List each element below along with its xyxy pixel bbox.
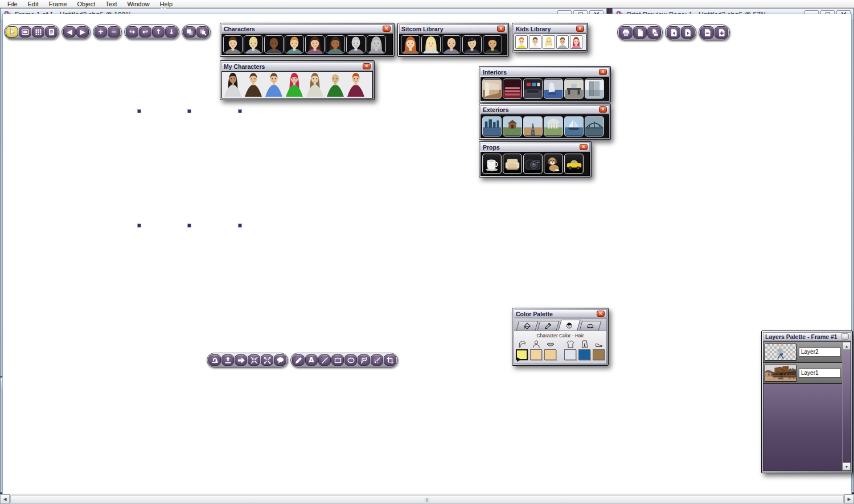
caption-text-area[interactable] [2,14,852,502]
pencil-tool-button[interactable] [292,354,305,366]
palette-resize-arrow-icon[interactable] [517,357,521,362]
menu-edit[interactable]: Edit [23,1,44,7]
menu-frame[interactable]: Frame [44,1,72,7]
close-icon[interactable] [363,63,371,69]
girl-red-hair-thumbnail[interactable] [570,35,582,49]
close-icon[interactable] [599,106,607,113]
print-button[interactable] [619,26,633,39]
line-tool-button[interactable] [318,354,331,366]
select-tool-button[interactable] [6,26,18,38]
speech-bubble-button[interactable] [274,354,286,366]
next-frame-button[interactable]: ▶ [76,26,89,38]
menu-file[interactable]: File [2,1,23,7]
previous-frame-button[interactable]: ◀ [63,26,76,38]
previous-page-button[interactable] [667,26,680,39]
kid-brown-hair-thumbnail[interactable] [556,35,569,49]
script-view-button[interactable] [45,26,58,38]
interiors-palette-titlebar[interactable]: Interiors [481,68,609,76]
selection-handle-top-left[interactable] [137,109,141,113]
layer-row-layer2[interactable]: Layer2 [763,342,842,363]
props-palette-titlebar[interactable]: Props [481,143,590,151]
coffee-cup-thumbnail[interactable] [482,154,502,174]
polygon-tool-button[interactable] [358,354,370,366]
storyboard-view-button[interactable] [32,26,44,38]
frame-view-button[interactable] [19,26,31,38]
character-color-tab[interactable] [558,320,580,331]
city-skyline-thumbnail[interactable] [482,116,502,137]
skin-color-swatch[interactable] [530,349,542,360]
man-red-hair-maroon-thumbnail[interactable] [346,73,366,97]
page-setup-button[interactable] [633,26,647,39]
scrollbar-thumb[interactable] [10,495,844,503]
airplane-seat-thumbnail[interactable] [544,79,563,99]
scroll-down-icon[interactable]: ▼ [843,462,851,470]
sailboat-lake-thumbnail[interactable] [564,116,584,137]
boy-orange-hair-thumbnail[interactable] [515,35,528,49]
characters-palette-titlebar[interactable]: Characters [221,24,393,33]
woman-profile-thumbnail[interactable] [305,73,325,97]
office-cubicle-thumbnail[interactable] [564,79,584,99]
man-blond-thumbnail[interactable] [244,35,263,53]
menu-help[interactable]: Help [155,1,178,7]
shoes-color-swatch[interactable] [593,349,605,360]
hallway-thumbnail[interactable] [482,79,502,99]
desert-road-thumbnail[interactable] [523,116,543,137]
add-frame-button[interactable]: + [95,26,107,38]
man-old-bald-thumbnail[interactable] [442,35,461,53]
close-icon[interactable] [576,26,584,32]
woman-dark-hair-thumbnail[interactable] [305,35,325,53]
layer-name-field[interactable]: Layer1 [799,369,841,378]
close-icon[interactable] [383,26,391,32]
next-page-button[interactable] [681,26,695,39]
scroll-right-icon[interactable]: ▶ [844,494,854,504]
remove-page-button[interactable] [700,26,714,39]
monument-thumbnail[interactable] [544,116,563,137]
move-up-button[interactable]: ↑ [152,26,165,38]
rectangle-tool-button[interactable] [331,354,344,366]
grow-object-button[interactable] [261,354,273,366]
camera-thumbnail[interactable] [523,154,543,174]
woman-black-hair-thumbnail[interactable] [223,73,243,97]
layer-row-layer1[interactable]: Layer1 [763,363,842,384]
layers-palette-titlebar[interactable]: Layers Palette - Frame #1 [763,332,851,341]
close-icon[interactable] [497,26,505,32]
selection-handle-mid-right[interactable] [238,224,242,228]
prop-color-tab[interactable] [580,321,602,331]
text-tool-button[interactable]: A [305,354,318,366]
move-object-button[interactable] [235,354,247,366]
man-bald-green-thumbnail[interactable] [326,73,345,97]
selection-handle-top-middle[interactable] [187,109,191,113]
armchair-thumbnail[interactable] [503,154,522,174]
draw-color-tab[interactable] [537,321,560,331]
send-to-back-button[interactable] [196,26,209,38]
woman-red-bob-thumbnail[interactable] [401,35,420,53]
man-dark-hair-thumbnail[interactable] [483,35,502,53]
woman-grayscale-thumbnail[interactable] [367,35,386,53]
sitcom-palette-titlebar[interactable]: Sitcom Library [399,24,507,33]
oval-tool-button[interactable] [344,354,357,366]
kids-palette-titlebar[interactable]: Kids Library [514,24,586,33]
selection-handle-mid-middle[interactable] [187,224,191,228]
scene-color-tab[interactable] [516,321,539,331]
lips-color-swatch[interactable] [544,349,556,360]
shirt-color-swatch[interactable] [564,349,576,360]
move-down-button[interactable]: ↓ [165,26,178,38]
flip-vertical-button[interactable] [221,354,234,366]
flip-horizontal-button[interactable] [208,354,221,366]
close-icon[interactable] [580,144,588,150]
layer-name-field[interactable]: Layer2 [799,348,841,357]
man-spiky-glasses-thumbnail[interactable] [462,35,482,53]
woman-bandana-thumbnail[interactable] [285,73,304,97]
remove-frame-button[interactable]: − [108,26,120,38]
shrink-object-button[interactable] [248,354,260,366]
woman-dark-skin-thumbnail[interactable] [326,35,345,53]
menu-object[interactable]: Object [72,1,100,7]
rotate-left-button[interactable]: ↩ [139,26,151,38]
selection-handle-top-right[interactable] [238,109,242,113]
print-current-page-button[interactable] [647,26,661,39]
wand-tool-button[interactable] [371,354,383,366]
scroll-left-icon[interactable]: ◀ [0,494,10,504]
pants-color-swatch[interactable] [578,349,590,360]
close-icon[interactable] [841,333,849,340]
woman-blonde-thumbnail[interactable] [421,35,441,53]
